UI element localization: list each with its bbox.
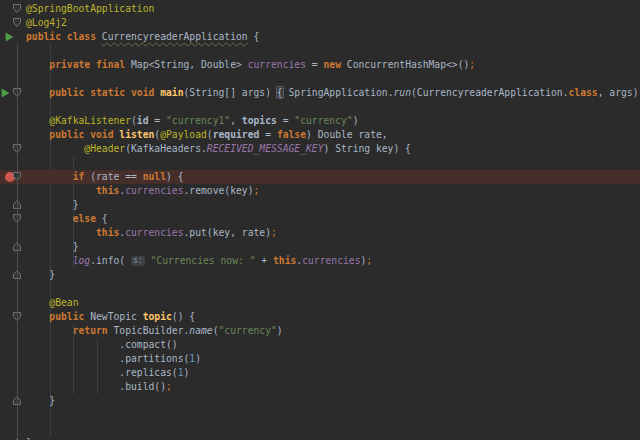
code-line[interactable]: @Header(KafkaHeaders.RECEIVED_MESSAGE_KE… xyxy=(0,142,640,156)
code-line[interactable] xyxy=(0,156,640,170)
semicolon: ; xyxy=(469,59,475,70)
run-arrow-icon[interactable] xyxy=(1,88,10,98)
code-text: Map<String, Double> xyxy=(131,59,248,70)
semicolon: ; xyxy=(166,381,172,392)
code-line[interactable]: else { xyxy=(0,212,640,226)
code-line[interactable]: @Bean xyxy=(0,296,640,310)
code-line[interactable]: log.info( s: "Currencies now: " + this.c… xyxy=(0,254,640,268)
code-text: ) xyxy=(353,115,359,126)
code-line[interactable]: .replicas(1) xyxy=(0,366,640,380)
run-arrow-icon[interactable] xyxy=(5,32,14,42)
code-line[interactable]: public NewTopic topic() { xyxy=(0,310,640,324)
code-line[interactable] xyxy=(0,408,640,422)
keyword: this xyxy=(96,185,119,196)
field-ref: currencies xyxy=(125,227,183,238)
code-text: = xyxy=(306,59,324,70)
code-text: = xyxy=(277,115,295,126)
semicolon: ; xyxy=(271,227,277,238)
code-line[interactable]: } xyxy=(0,268,640,282)
semicolon: ; xyxy=(254,185,260,196)
code-text: () { xyxy=(172,311,195,322)
code-text: ) Double rate, xyxy=(306,129,388,140)
code-line[interactable]: } xyxy=(0,436,640,440)
code-editor[interactable]: @SpringBootApplication@Log4j2public clas… xyxy=(0,0,640,440)
code-text: = xyxy=(259,129,277,140)
code-line[interactable]: public static void main(String[] args) {… xyxy=(0,86,640,100)
keyword: public class xyxy=(26,31,102,42)
code-text: .replicas( xyxy=(26,367,178,378)
keyword: private final xyxy=(49,59,131,70)
code-text xyxy=(26,213,73,224)
string-literal: "currency1" xyxy=(166,115,230,126)
static-field-ref: log xyxy=(73,255,91,266)
code-line[interactable] xyxy=(0,72,640,86)
code-text: .compact() xyxy=(26,339,178,350)
code-text: ) xyxy=(277,325,283,336)
code-line[interactable] xyxy=(0,100,640,114)
code-line[interactable]: .compact() xyxy=(0,338,640,352)
code-text xyxy=(26,227,96,238)
string-literal: "Currencies now: " xyxy=(150,255,255,266)
code-text: } xyxy=(26,269,55,280)
keyword: new xyxy=(323,59,346,70)
code-line[interactable] xyxy=(0,282,640,296)
code-line[interactable] xyxy=(0,44,640,58)
keyword: public void xyxy=(49,129,119,140)
code-text xyxy=(26,311,49,322)
code-line[interactable]: .partitions(1) xyxy=(0,352,640,366)
code-line[interactable]: } xyxy=(0,198,640,212)
code-text: .info( xyxy=(90,255,131,266)
annotation: @Payload xyxy=(160,129,207,140)
keyword: this xyxy=(273,255,296,266)
static-method-call: run xyxy=(394,87,412,98)
field-ref: currencies xyxy=(248,59,306,70)
method-name: main xyxy=(160,87,183,98)
code-text: (KafkaHeaders. xyxy=(125,143,207,154)
code-line[interactable]: this.currencies.remove(key); xyxy=(0,184,640,198)
code-lines: @SpringBootApplication@Log4j2public clas… xyxy=(0,2,640,440)
code-text: SpringApplication. xyxy=(283,87,394,98)
keyword: else xyxy=(73,213,96,224)
field-ref: currencies xyxy=(302,255,360,266)
keyword: public static void xyxy=(49,87,160,98)
code-text: .put(key, rate) xyxy=(184,227,272,238)
static-method-call: name xyxy=(189,325,212,336)
code-line[interactable]: } xyxy=(0,394,640,408)
annotation: @Header xyxy=(84,143,125,154)
code-line[interactable]: this.currencies.put(key, rate); xyxy=(0,226,640,240)
code-text: { xyxy=(96,213,108,224)
code-line[interactable]: @KafkaListener(id = "currency1", topics … xyxy=(0,114,640,128)
code-line[interactable]: private final Map<String, Double> curren… xyxy=(0,58,640,72)
code-text xyxy=(26,297,49,308)
code-text: (rate == xyxy=(90,171,143,182)
fold-region-line xyxy=(17,44,18,440)
code-text xyxy=(26,143,84,154)
code-line[interactable]: } xyxy=(0,240,640,254)
code-text: ) xyxy=(184,367,190,378)
code-text: .partitions( xyxy=(26,353,189,364)
code-line[interactable]: public void listen(@Payload(required = f… xyxy=(0,128,640,142)
code-line[interactable]: return TopicBuilder.name("currency") xyxy=(0,324,640,338)
code-line[interactable]: @Log4j2 xyxy=(0,16,640,30)
semicolon: ; xyxy=(366,255,372,266)
attribute-name: id xyxy=(137,115,149,126)
string-literal: "currency" xyxy=(219,325,277,336)
fold-collapse-icon[interactable] xyxy=(13,18,21,27)
code-line[interactable]: @SpringBootApplication xyxy=(0,2,640,16)
fold-collapse-icon[interactable] xyxy=(13,4,21,13)
code-text: , xyxy=(230,115,242,126)
code-text xyxy=(26,171,73,182)
code-line-breakpoint[interactable]: if (rate == null) { xyxy=(0,170,640,184)
class-name-typo: CurrencyreaderApplication xyxy=(102,31,248,42)
code-text: } xyxy=(26,199,79,210)
keyword: false xyxy=(277,129,306,140)
code-text: .remove(key) xyxy=(184,185,254,196)
code-line[interactable]: .build(); xyxy=(0,380,640,394)
keyword: if xyxy=(73,171,91,182)
method-name: topic xyxy=(143,311,172,322)
code-line[interactable] xyxy=(0,422,640,436)
annotation: @KafkaListener xyxy=(49,115,131,126)
code-line[interactable]: public class CurrencyreaderApplication { xyxy=(0,30,640,44)
parameter-hint: s: xyxy=(131,256,145,266)
code-text: = xyxy=(149,115,167,126)
